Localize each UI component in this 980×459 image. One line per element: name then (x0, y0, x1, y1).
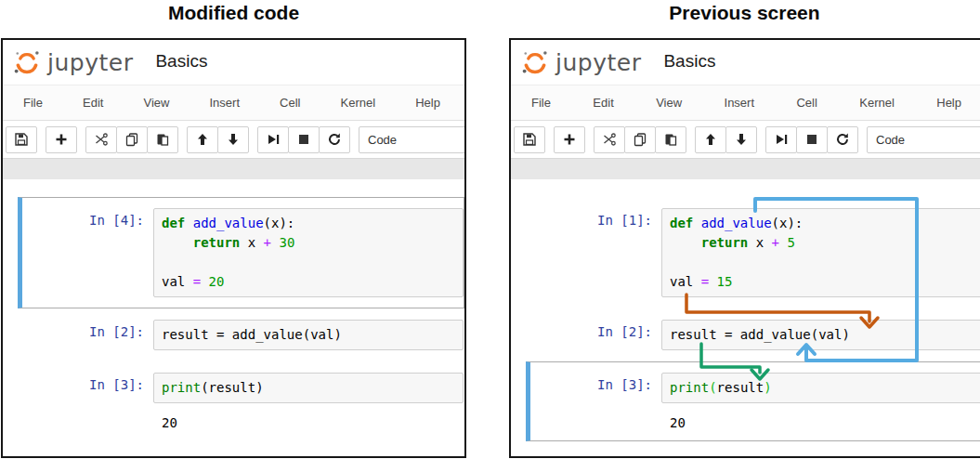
move-cell-up-button[interactable] (695, 126, 726, 153)
add-cell-icon (54, 132, 69, 147)
run-cell-button[interactable] (257, 126, 289, 153)
copy-cell-icon (124, 132, 139, 147)
add-cell-button[interactable] (46, 126, 77, 153)
code-input[interactable]: result = add_value(val) (153, 320, 464, 350)
jupyter-window-modified: jupyter Basics File Edit View Insert Cel… (1, 38, 466, 458)
menu-view[interactable]: View (143, 96, 169, 110)
notebook-top-gutter (511, 158, 980, 179)
menu-file[interactable]: File (531, 96, 551, 110)
cell-output: 20 (661, 415, 686, 430)
cell-prompt: In [1]: (530, 208, 661, 297)
copy-cell-button[interactable] (624, 126, 656, 153)
notebook-name[interactable]: Basics (155, 51, 207, 73)
run-cell-icon (266, 132, 281, 147)
interrupt-kernel-button[interactable] (288, 126, 320, 153)
cell-output: 20 (153, 415, 177, 430)
output-prompt-spacer (530, 415, 661, 430)
cell-prompt: In [3]: (22, 373, 153, 403)
save-button[interactable] (6, 126, 37, 153)
code-cell[interactable]: In [2]:result = add_value(val) (526, 308, 980, 361)
move-cell-down-button[interactable] (725, 126, 757, 153)
code-input[interactable]: def add_value(x): return x + 30 val = 20 (153, 208, 464, 297)
code-input[interactable]: result = add_value(val) (661, 320, 980, 350)
restart-kernel-button[interactable] (319, 126, 350, 153)
copy-cell-icon (633, 132, 647, 147)
jupyter-logo-text[interactable]: jupyter (47, 49, 133, 76)
code-input[interactable]: def add_value(x): return x + 5 val = 15 (661, 208, 980, 297)
notebook-cells: In [1]:def add_value(x): return x + 5 va… (511, 179, 980, 441)
run-cell-icon (774, 132, 789, 147)
cut-cell-button[interactable] (594, 126, 625, 153)
menu-bar: File Edit View Insert Cell Kernel Help (3, 85, 464, 121)
notebook-header: jupyter Basics (511, 40, 980, 85)
move-cell-up-button[interactable] (187, 126, 218, 153)
output-prompt-spacer (22, 415, 153, 430)
code-cell[interactable]: In [3]:print(result)20 (526, 361, 980, 441)
interrupt-kernel-icon (804, 132, 819, 147)
cut-cell-button[interactable] (85, 126, 117, 153)
toolbar: Code (511, 121, 980, 158)
menu-kernel[interactable]: Kernel (859, 96, 895, 110)
cell-prompt: In [4]: (22, 208, 153, 297)
move-cell-down-icon (734, 132, 749, 147)
restart-kernel-button[interactable] (827, 126, 858, 153)
menu-insert[interactable]: Insert (210, 96, 241, 110)
menu-file[interactable]: File (23, 96, 43, 110)
menu-view[interactable]: View (656, 96, 682, 110)
paste-cell-button[interactable] (147, 126, 178, 153)
menu-insert[interactable]: Insert (725, 96, 755, 110)
jupyter-logo-text[interactable]: jupyter (555, 49, 641, 76)
restart-kernel-icon (327, 132, 342, 147)
code-cell[interactable]: In [1]:def add_value(x): return x + 5 va… (526, 197, 980, 308)
cell-prompt: In [2]: (22, 320, 153, 350)
jupyter-logo-icon[interactable] (520, 47, 550, 78)
cell-prompt: In [2]: (530, 320, 661, 350)
menu-help[interactable]: Help (936, 96, 961, 110)
cell-type-value: Code (368, 133, 397, 147)
save-icon (522, 132, 537, 147)
toolbar: Code (3, 121, 464, 158)
notebook-name[interactable]: Basics (663, 51, 715, 73)
code-cell[interactable]: In [2]:result = add_value(val) (18, 308, 464, 361)
paste-cell-icon (155, 132, 170, 147)
menu-cell[interactable]: Cell (280, 96, 300, 110)
menu-bar: File Edit View Insert Cell Kernel Help (511, 85, 980, 121)
cell-prompt: In [3]: (530, 373, 661, 403)
notebook-top-gutter (3, 158, 464, 179)
notebook-cells: In [4]:def add_value(x): return x + 30 v… (3, 179, 464, 441)
save-button[interactable] (514, 126, 545, 153)
save-icon (14, 132, 29, 147)
add-cell-icon (562, 132, 577, 147)
restart-kernel-icon (835, 132, 850, 147)
code-input[interactable]: print(result) (661, 373, 980, 403)
move-cell-down-button[interactable] (217, 126, 249, 153)
jupyter-window-previous: jupyter Basics File Edit View Insert Cel… (509, 38, 980, 458)
move-cell-up-icon (195, 132, 210, 147)
menu-edit[interactable]: Edit (593, 96, 613, 110)
run-cell-button[interactable] (765, 126, 797, 153)
menu-edit[interactable]: Edit (83, 96, 103, 110)
move-cell-up-icon (703, 132, 718, 147)
notebook-header: jupyter Basics (3, 40, 464, 85)
paste-cell-icon (663, 132, 678, 147)
interrupt-kernel-icon (296, 132, 311, 147)
cell-type-value: Code (876, 133, 905, 147)
add-cell-button[interactable] (554, 126, 585, 153)
code-cell[interactable]: In [4]:def add_value(x): return x + 30 v… (18, 197, 464, 308)
code-input[interactable]: print(result) (153, 373, 464, 403)
left-panel-title: Modified code (1, 2, 466, 24)
paste-cell-button[interactable] (655, 126, 686, 153)
code-cell[interactable]: In [3]:print(result)20 (18, 361, 464, 441)
interrupt-kernel-button[interactable] (796, 126, 828, 153)
cut-cell-icon (602, 132, 617, 147)
cut-cell-icon (94, 132, 109, 147)
jupyter-logo-icon[interactable] (12, 47, 42, 78)
menu-kernel[interactable]: Kernel (341, 96, 376, 110)
move-cell-down-icon (226, 132, 241, 147)
menu-help[interactable]: Help (415, 96, 440, 110)
copy-cell-button[interactable] (116, 126, 148, 153)
cell-type-dropdown[interactable]: Code (867, 126, 980, 153)
cell-type-dropdown[interactable]: Code (359, 126, 466, 153)
right-panel-title: Previous screen (509, 2, 980, 24)
menu-cell[interactable]: Cell (796, 96, 817, 110)
